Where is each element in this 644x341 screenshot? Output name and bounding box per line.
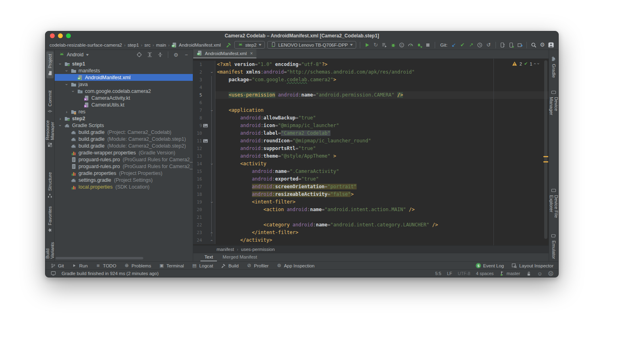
- code-line-7[interactable]: 7› <application: [193, 107, 549, 114]
- error-stripe-mark[interactable]: [543, 161, 548, 162]
- tool-window-button-git[interactable]: Git: [50, 263, 64, 269]
- tree-item-res[interactable]: ›res: [55, 108, 193, 115]
- tree-chevron-icon[interactable]: ›: [64, 82, 69, 86]
- tree-item-build-gradle[interactable]: build.gradle(Project: Camera2_Codelab): [55, 129, 193, 136]
- tree-chevron-icon[interactable]: ›: [71, 89, 76, 93]
- code-line-4[interactable]: 4: [193, 84, 549, 91]
- code-line-8[interactable]: 8 android:allowBackup="true": [193, 114, 549, 122]
- tree-item-gradle-wrapper-properties[interactable]: gradle-wrapper.properties(Gradle Version…: [55, 149, 193, 156]
- breadcrumb-item[interactable]: MFAndroidManifest.xml: [171, 42, 221, 48]
- gutter[interactable]: 3: [193, 76, 215, 84]
- vcs-rollback-button[interactable]: ↺: [485, 41, 492, 49]
- breadcrumb-item[interactable]: main: [156, 43, 166, 47]
- manifest-tab-text[interactable]: Text: [200, 253, 217, 261]
- code-line-21[interactable]: 21: [193, 214, 549, 221]
- tool-window-button-emulator[interactable]: Emulator: [550, 230, 557, 261]
- gutter[interactable]: 18: [193, 191, 215, 198]
- search-everywhere-button[interactable]: [530, 41, 537, 49]
- settings-gear-button[interactable]: ⚙: [539, 41, 546, 49]
- vcs-history-button[interactable]: [477, 41, 483, 49]
- gutter[interactable]: 8: [193, 114, 215, 122]
- stop-button[interactable]: [425, 41, 431, 49]
- tool-window-button-build-variants[interactable]: Build Variants: [45, 240, 55, 261]
- error-stripe-mark[interactable]: [543, 156, 548, 157]
- tool-window-button-logcat[interactable]: ▤Logcat: [192, 263, 213, 269]
- next-problem-arrow[interactable]: ›: [536, 63, 541, 64]
- code-line-10[interactable]: 10 android:label="Camera2 Codelab": [193, 129, 549, 137]
- gutter[interactable]: 9: [193, 122, 215, 129]
- code-editor[interactable]: 2 ✔ 1 › › 1<?xml version="1.0" encoding=…: [193, 59, 549, 245]
- code-line-13[interactable]: 13 android:theme="@style/AppTheme" >: [193, 152, 549, 160]
- run-with-coverage-button[interactable]: [381, 41, 388, 49]
- locate-file-button[interactable]: [135, 51, 143, 58]
- sync-project-button[interactable]: [500, 41, 506, 49]
- caret-position[interactable]: 5:5: [435, 271, 441, 276]
- tree-item-settings-gradle[interactable]: settings.gradle(Project Settings): [55, 177, 193, 183]
- gutter[interactable]: 6: [193, 99, 215, 107]
- fold-marker-icon[interactable]: ›: [210, 232, 214, 233]
- tool-window-button-device-manager[interactable]: Device Manager: [549, 87, 558, 122]
- tree-item-gradle-properties[interactable]: gradle.properties(Project Properties): [55, 170, 193, 177]
- tool-window-button-run[interactable]: Run: [72, 263, 88, 269]
- tool-window-button-todo[interactable]: ≡TODO: [95, 263, 116, 269]
- tool-window-button-favorites[interactable]: Favorites: [46, 204, 54, 235]
- tool-window-button-terminal[interactable]: ▣Terminal: [159, 263, 184, 269]
- expand-all-button[interactable]: [146, 51, 154, 58]
- fold-marker-icon[interactable]: ›: [210, 110, 214, 111]
- hide-panel-button[interactable]: −: [182, 51, 190, 58]
- tree-item-manifests[interactable]: ›manifests: [55, 67, 193, 74]
- minimize-window-button[interactable]: [58, 33, 63, 38]
- code-line-20[interactable]: 20 <action android:name="android.intent.…: [193, 206, 549, 214]
- tool-window-button-structure[interactable]: Structure: [46, 170, 54, 201]
- vcs-update-button[interactable]: ↙: [451, 41, 457, 49]
- tree-chevron-icon[interactable]: ›: [64, 109, 69, 114]
- debug-button[interactable]: [390, 41, 396, 49]
- tool-window-button-profiler[interactable]: ⊘Profiler: [246, 263, 268, 269]
- profiler-button[interactable]: [407, 41, 414, 49]
- tree-chevron-icon[interactable]: ›: [58, 123, 63, 127]
- tree-item-step2[interactable]: ›step2: [55, 115, 193, 122]
- xml-breadcrumb-item[interactable]: uses-permission: [241, 247, 275, 252]
- tree-item-local-properties[interactable]: local.properties(SDK Location): [55, 183, 193, 190]
- tree-chevron-icon[interactable]: ›: [58, 116, 62, 121]
- code-line-5[interactable]: 5 <uses-permission android:name="android…: [193, 91, 549, 99]
- tree-item-com-google-codelab-camera2[interactable]: ›com.google.codelab.camera2: [55, 88, 193, 94]
- breadcrumb-item[interactable]: codelab-resizable-surface-camera2: [50, 43, 122, 47]
- close-tab-icon[interactable]: ×: [250, 51, 253, 56]
- code-line-9[interactable]: 9 android:icon="@mipmap/ic_launcher": [193, 122, 549, 129]
- tree-item-androidmanifest-xml[interactable]: MFAndroidManifest.xml: [55, 74, 193, 81]
- gutter[interactable]: 23›: [193, 229, 215, 236]
- gutter[interactable]: 11: [193, 137, 215, 145]
- run-configuration-select[interactable]: step2 ▼: [234, 41, 265, 49]
- gutter[interactable]: 10: [193, 129, 215, 137]
- gutter[interactable]: 16: [193, 175, 215, 183]
- vcs-commit-button[interactable]: ✔: [459, 41, 466, 49]
- gutter[interactable]: 24›: [193, 236, 215, 244]
- project-view-selector[interactable]: Android: [67, 52, 83, 58]
- close-window-button[interactable]: [50, 33, 55, 38]
- tool-window-button-layout-inspector[interactable]: Layout Inspector: [512, 263, 553, 269]
- run-button[interactable]: [364, 41, 370, 49]
- tool-window-button-app-inspection[interactable]: ⊚App Inspection: [276, 263, 314, 269]
- code-line-3[interactable]: 3 package="com.google.codelab.camera2">: [193, 76, 549, 84]
- sdk-manager-button[interactable]: [517, 41, 523, 49]
- attach-debugger-button[interactable]: [416, 41, 423, 49]
- breadcrumb-item[interactable]: step1: [128, 43, 139, 47]
- panel-settings-button[interactable]: ⚙: [172, 51, 180, 58]
- tool-window-button-project[interactable]: Project: [46, 51, 54, 78]
- tree-item-step1[interactable]: ›step1: [55, 60, 193, 67]
- gutter[interactable]: 21: [193, 214, 215, 221]
- tree-chevron-icon[interactable]: ›: [58, 62, 63, 66]
- manifest-tab-merged-manifest[interactable]: Merged Manifest: [219, 253, 261, 261]
- gutter[interactable]: 19›: [193, 198, 215, 206]
- line-separator[interactable]: LF: [447, 271, 452, 276]
- background-tasks-icon[interactable]: [50, 270, 56, 277]
- error-stripe-scrollbar[interactable]: [543, 60, 549, 244]
- vcs-push-button[interactable]: ↗: [468, 41, 475, 49]
- tree-item-build-gradle[interactable]: build.gradle(Module: Camera2_Codelab.ste…: [55, 142, 193, 149]
- apply-changes-button[interactable]: ↻: [373, 41, 379, 49]
- gutter[interactable]: 22: [193, 221, 215, 229]
- tree-item-build-gradle[interactable]: build.gradle(Module: Camera2_Codelab.ste…: [55, 136, 193, 142]
- tree-chevron-icon[interactable]: ›: [64, 68, 69, 73]
- code-line-16[interactable]: 16 android:exported="true": [193, 175, 549, 183]
